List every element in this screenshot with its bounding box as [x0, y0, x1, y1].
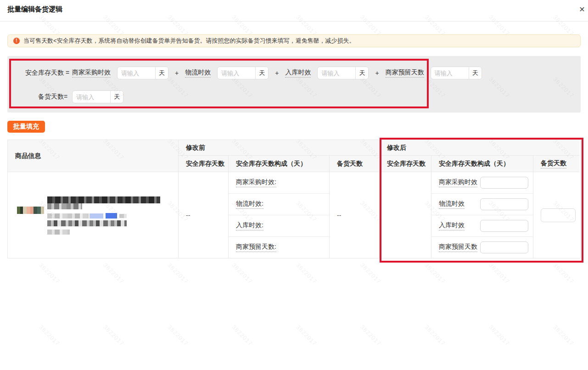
product-thumbnail: [17, 207, 44, 214]
stock-days-unit: 天: [110, 91, 123, 103]
after-reserved-days-input[interactable]: [480, 241, 528, 253]
after-stock-days-cell: [533, 172, 579, 258]
inbound-leadtime-input[interactable]: [318, 67, 355, 79]
after-reserved-days-row: 商家预留天数: [431, 237, 533, 258]
alert-banner: ! 当可售天数<安全库存天数，系统将自动替你创建备货单并告知备货。请按照您的实际…: [7, 34, 581, 47]
stock-days-input-group: 天: [72, 90, 123, 103]
column-header-before-safety-days: 安全库存天数: [179, 156, 229, 172]
after-purchase-leadtime-row: 商家采购时效: [431, 172, 533, 194]
column-header-before-stock-days: 备货天数: [330, 156, 380, 172]
after-inbound-leadtime-label[interactable]: 入库时效: [439, 221, 465, 230]
after-logistics-leadtime-input[interactable]: [480, 198, 528, 210]
product-info-cell: [8, 172, 179, 258]
after-composition-cell: 商家采购时效 物流时效 入库时效 商家预留天数: [431, 172, 533, 258]
inbound-leadtime-unit: 天: [355, 67, 368, 79]
warning-icon: !: [13, 38, 20, 44]
reserved-days-input[interactable]: [431, 67, 469, 79]
column-header-after-composition: 安全库存天数构成（天）: [431, 156, 533, 172]
stock-days-formula-row: 备货天数= 天: [38, 90, 123, 103]
censored-product-title-line1: [47, 196, 160, 203]
plus-sign: +: [375, 69, 379, 77]
stocking-table: 商品信息 修改前 修改后 安全库存天数 安全库存天数构成（天） 备货天数 安全库…: [7, 140, 581, 258]
before-purchase-leadtime-row: 商家采购时效:: [229, 172, 329, 194]
column-header-after-stock-days: 备货天数: [533, 156, 579, 172]
logistics-leadtime-input-group: 天: [217, 67, 269, 79]
plus-sign: +: [175, 69, 179, 77]
before-reserved-days-row: 商家预留天数:: [229, 237, 329, 258]
alert-text: 当可售天数<安全库存天数，系统将自动替你创建备货单并告知备货。请按照您的实际备货…: [23, 37, 355, 45]
stock-days-input[interactable]: [73, 91, 110, 103]
after-safety-days-cell: [380, 172, 431, 258]
plus-sign: +: [275, 69, 279, 77]
after-purchase-leadtime-label[interactable]: 商家采购时效: [439, 178, 477, 187]
before-stock-days-cell: --: [330, 172, 380, 258]
purchase-leadtime-input[interactable]: [118, 67, 155, 79]
before-inbound-leadtime-row: 入库时效:: [229, 215, 329, 237]
censored-link-text: [90, 213, 103, 219]
before-reserved-days-label[interactable]: 商家预留天数:: [236, 243, 276, 252]
purchase-leadtime-label[interactable]: 商家采购时效: [72, 68, 111, 78]
censored-link-text: [106, 213, 117, 219]
censored-product-meta: [47, 213, 89, 219]
bulk-fill-button[interactable]: 批量填充: [7, 121, 45, 133]
group-header-before: 修改前: [179, 140, 380, 156]
logistics-leadtime-input[interactable]: [218, 67, 255, 79]
purchase-leadtime-input-group: 天: [117, 67, 168, 79]
after-logistics-leadtime-label[interactable]: 物流时效: [439, 200, 465, 209]
logistics-leadtime-unit: 天: [255, 67, 268, 79]
inbound-leadtime-label[interactable]: 入库时效: [285, 68, 311, 78]
reserved-days-input-group: 天: [431, 67, 482, 79]
reserved-days-unit: 天: [469, 67, 482, 79]
before-inbound-leadtime-label[interactable]: 入库时效:: [236, 221, 263, 230]
safety-days-formula-row: 安全库存天数 = 商家采购时效 天 + 物流时效 天 + 入库时效 天 + 商家…: [25, 67, 482, 79]
reserved-days-label[interactable]: 商家预留天数: [386, 68, 424, 78]
censored-product-detail: [47, 220, 127, 226]
stock-days-label: 备货天数=: [38, 93, 67, 101]
before-logistics-leadtime-label[interactable]: 物流时效:: [236, 200, 263, 209]
before-purchase-leadtime-label[interactable]: 商家采购时效:: [236, 178, 276, 187]
column-header-after-safety-days: 安全库存天数: [380, 156, 431, 172]
after-logistics-leadtime-row: 物流时效: [431, 194, 533, 215]
formula-panel: 安全库存天数 = 商家采购时效 天 + 物流时效 天 + 入库时效 天 + 商家…: [7, 56, 581, 112]
logistics-leadtime-label[interactable]: 物流时效: [185, 68, 211, 78]
before-composition-cell: 商家采购时效: 物流时效: 入库时效: 商家预留天数:: [229, 172, 330, 258]
after-reserved-days-label[interactable]: 商家预留天数: [439, 243, 477, 252]
before-logistics-leadtime-row: 物流时效:: [229, 194, 329, 215]
column-header-product: 商品信息: [8, 140, 179, 172]
inbound-leadtime-input-group: 天: [317, 67, 369, 79]
purchase-leadtime-unit: 天: [155, 67, 168, 79]
header-divider: [0, 21, 588, 22]
censored-product-detail: [47, 230, 70, 235]
censored-product-title-line2: [47, 203, 82, 209]
column-header-before-composition: 安全库存天数构成（天）: [229, 156, 330, 172]
after-stock-days-header-label[interactable]: 备货天数: [541, 159, 566, 168]
group-header-after: 修改后: [380, 140, 579, 156]
bulk-edit-stocking-dialog: 批量编辑备货逻辑 ✕ ! 当可售天数<安全库存天数，系统将自动替你创建备货单并告…: [0, 0, 588, 370]
after-purchase-leadtime-input[interactable]: [480, 177, 528, 189]
censored-product-meta: [119, 214, 127, 218]
after-inbound-leadtime-row: 入库时效: [431, 215, 533, 237]
before-safety-days-cell: --: [179, 172, 229, 258]
safety-days-formula-lhs: 安全库存天数 =: [25, 69, 69, 77]
dialog-title: 批量编辑备货逻辑: [7, 5, 62, 14]
close-icon[interactable]: ✕: [577, 4, 588, 15]
after-stock-days-input[interactable]: [541, 208, 576, 222]
after-inbound-leadtime-input[interactable]: [480, 220, 528, 232]
